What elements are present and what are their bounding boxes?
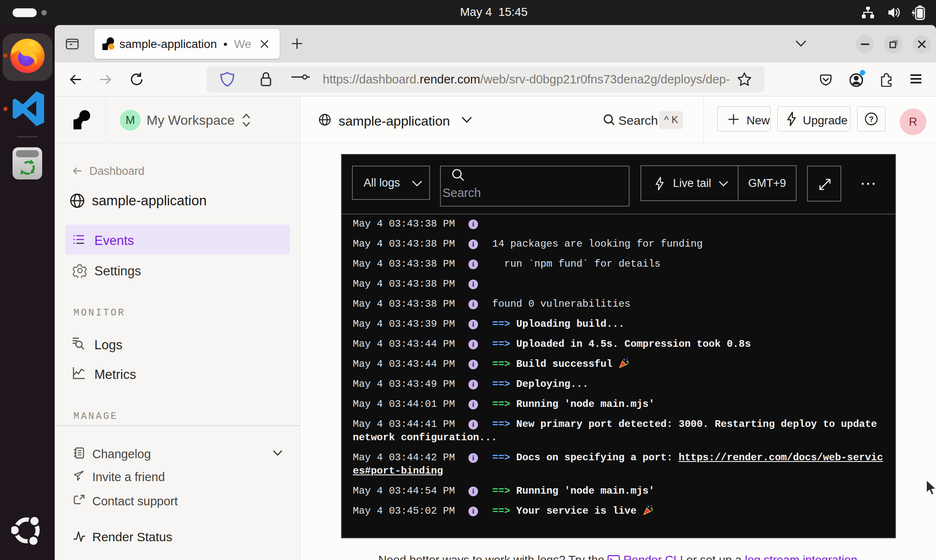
svg-text:?: ? [869, 115, 874, 124]
